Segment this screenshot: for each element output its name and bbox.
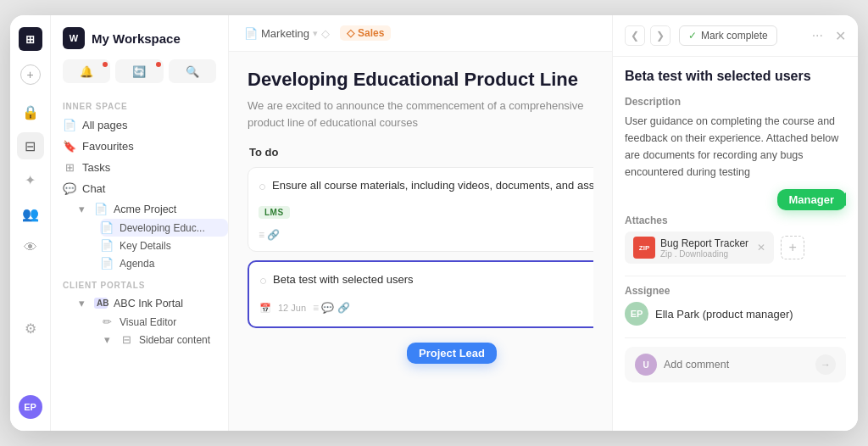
workspace-icon: W [63, 27, 85, 49]
panel-next-button[interactable]: ❯ [650, 25, 670, 46]
add-button[interactable]: + [20, 64, 41, 85]
updates-button[interactable]: 🔄 [115, 59, 163, 83]
calendar-icon: 📅 [259, 303, 271, 314]
acme-project-item[interactable]: ▾ 📄 Acme Project [70, 199, 228, 219]
ab-icon: AB [94, 298, 108, 309]
panel-body: Beta test with selected users Descriptio… [613, 57, 858, 431]
search-button[interactable]: 🔍 [169, 59, 216, 83]
manager-badge: Manager [777, 189, 846, 210]
developing-doc-icon: 📄 [100, 221, 114, 234]
comment-row: U → [625, 347, 846, 382]
panel-prev-button[interactable]: ❮ [625, 25, 645, 46]
workspace-name: My Workspace [92, 31, 181, 46]
sales-tag-icon: ◇ [347, 27, 354, 39]
breadcrumb-marketing[interactable]: 📄 Marketing ▾ [244, 27, 318, 40]
notifications-button[interactable]: 🔔 [63, 59, 110, 83]
sidebar-item-all-pages-label: All pages [82, 119, 127, 131]
panel-title: Beta test with selected users [625, 69, 846, 84]
sidebar-icon-network[interactable]: ✦ [17, 166, 44, 193]
abc-portal-section: ▾ AB ABC Ink Portal ✏ Visual Editor ▾ ⊟ … [51, 293, 228, 348]
attach-chip[interactable]: ZIP Bug Report Tracker Zip . Downloading… [625, 231, 774, 264]
mark-complete-button[interactable]: ✓ Mark complete [679, 25, 777, 46]
sidebar-item-visual-editor[interactable]: ✏ Visual Editor [100, 313, 228, 331]
panel-close-button[interactable]: ✕ [835, 28, 846, 44]
kanban-card-1[interactable]: ○ Ensure all course materials, including… [248, 167, 593, 252]
attach-close-button[interactable]: ✕ [757, 242, 765, 254]
inner-space-label: INNER SPACE [51, 93, 228, 114]
sidebar-icon-users[interactable]: 👥 [17, 200, 44, 227]
attach-name: Bug Report Tracker [660, 237, 748, 249]
sidebar-item-agenda[interactable]: 📄 Agenda [100, 254, 228, 272]
acme-project-section: ▾ 📄 Acme Project 📄 Developing Educ... 📄 … [51, 199, 228, 272]
key-doc-icon: 📄 [100, 239, 114, 252]
comment-input[interactable] [664, 359, 809, 371]
workspace-header: W My Workspace [51, 27, 228, 59]
breadcrumb-marketing-label: Marketing [261, 27, 309, 40]
assignee-label: Assignee [625, 285, 846, 297]
sidebar-item-visual-editor-label: Visual Editor [120, 316, 176, 328]
check-icon: ✓ [688, 30, 697, 42]
sidebar-item-favourites-label: Favourites [82, 140, 134, 153]
breadcrumb-sales-label: Sales [358, 27, 384, 39]
sidebar-item-all-pages[interactable]: 📄 All pages [51, 114, 228, 136]
top-bar: 📄 Marketing ▾ ◇ ◇ Sales [229, 15, 612, 52]
sidebar-content-icon: ⊟ [120, 333, 133, 346]
attach-add-button[interactable]: + [781, 236, 804, 259]
chevron-down-icon-2: ▾ [75, 297, 88, 309]
zip-icon: ZIP [633, 237, 655, 259]
chevron-down-icon-3: ▾ [100, 333, 114, 346]
description-label: Description [625, 96, 846, 108]
chevron-down-icon: ▾ [75, 203, 88, 215]
sidebar-item-favourites[interactable]: 🔖 Favourites [51, 136, 228, 157]
user-avatar[interactable]: EP [19, 395, 42, 419]
sidebar-item-developing[interactable]: 📄 Developing Educ... [100, 219, 228, 237]
acme-project-children: 📄 Developing Educ... 📄 Key Details 📄 Age… [70, 219, 228, 272]
manager-badge-row: Manager [625, 192, 846, 206]
panel-more-button[interactable]: ··· [812, 28, 823, 43]
divider-2 [625, 337, 846, 338]
workspace-logo[interactable]: ⊞ [19, 27, 42, 51]
mark-complete-label: Mark complete [701, 30, 768, 42]
doc-icon-breadcrumb: 📄 [244, 27, 258, 40]
sidebar: W My Workspace 🔔 🔄 🔍 INNER SPACE 📄 All p… [51, 15, 229, 431]
sidebar-item-sidebar-content[interactable]: ▾ ⊟ Sidebar content [100, 331, 228, 348]
card-2-date: 12 Jun [278, 303, 306, 313]
card-2-check-icon: ○ [259, 273, 267, 287]
abc-portal-children: ✏ Visual Editor ▾ ⊟ Sidebar content [70, 313, 228, 348]
breadcrumb-sales[interactable]: ◇ Sales [340, 25, 391, 41]
card-2-footer: 📅 12 Jun ≡ 💬 🔗 [259, 299, 593, 316]
client-portals-label: CLIENT PORTALS [51, 272, 228, 293]
sidebar-item-key-details-label: Key Details [120, 240, 171, 252]
sidebar-item-chat[interactable]: 💬 Chat [51, 178, 228, 199]
pencil-icon: ✏ [100, 315, 114, 328]
sidebar-icon-lock[interactable]: 🔒 [17, 98, 44, 125]
acme-project-label: Acme Project [114, 203, 176, 215]
sidebar-icon-grid[interactable]: ⊟ [17, 132, 44, 159]
abc-portal-label: ABC Ink Portal [114, 298, 183, 309]
attaches-label: Attaches [625, 215, 846, 226]
panel-description: User guidance on completing the course a… [625, 113, 846, 181]
card-1-title: Ensure all course materials, including v… [272, 178, 593, 193]
breadcrumb-separator: ◇ [321, 27, 330, 40]
card-2-title: Beta test with selected users [273, 272, 413, 287]
kanban-card-2[interactable]: ○ Beta test with selected users 📅 12 Jun… [248, 260, 593, 328]
assignee-avatar: EP [625, 302, 648, 326]
sidebar-item-key-details[interactable]: 📄 Key Details [100, 237, 228, 254]
sidebar-icon-settings[interactable]: ⚙ [17, 315, 44, 342]
sidebar-item-sidebar-content-label: Sidebar content [139, 334, 210, 346]
divider-1 [625, 276, 846, 276]
card-1-footer: ≡ 🔗 [259, 229, 593, 241]
sidebar-item-developing-label: Developing Educ... [120, 222, 205, 234]
abc-portal-item[interactable]: ▾ AB ABC Ink Portal [70, 293, 228, 313]
tasks-icon: ⊞ [63, 161, 76, 174]
sidebar-icon-eye[interactable]: 👁 [17, 234, 44, 261]
comment-send-button[interactable]: → [815, 354, 836, 375]
kanban-col-todo: To do ○ Ensure all course materials, inc… [248, 146, 593, 337]
card-1-tag: LMS [259, 206, 290, 219]
page-description: We are excited to announce the commencem… [248, 98, 593, 131]
attach-sub: Zip . Downloading [660, 249, 748, 259]
assignee-name: Ella Park (product manager) [655, 308, 793, 321]
card-2-icons: ≡ 💬 🔗 [313, 302, 350, 314]
sidebar-item-tasks-label: Tasks [82, 161, 110, 174]
sidebar-item-tasks[interactable]: ⊞ Tasks [51, 157, 228, 178]
